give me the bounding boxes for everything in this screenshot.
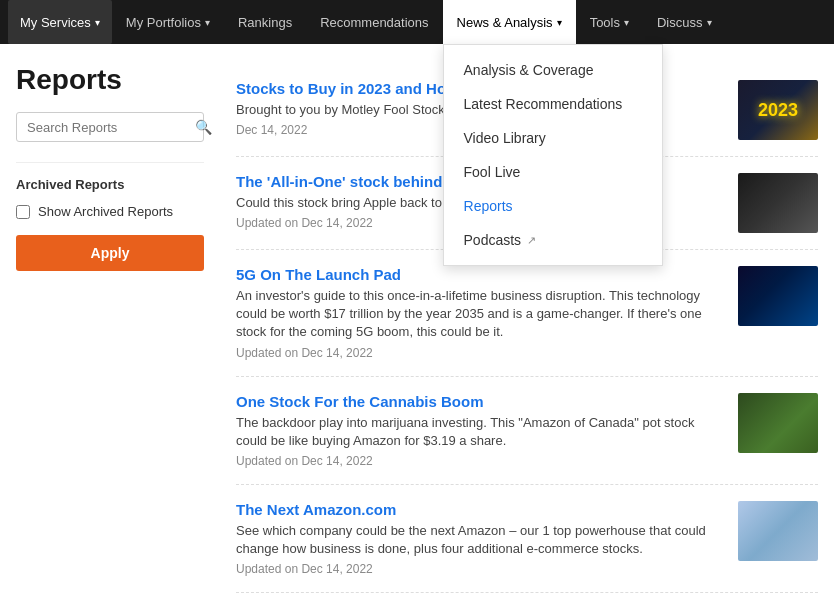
nav-my-portfolios[interactable]: My Portfolios ▾ bbox=[112, 0, 224, 44]
my-portfolios-chevron: ▾ bbox=[205, 17, 210, 28]
report-image bbox=[738, 501, 818, 561]
fool-live-label: Fool Live bbox=[464, 164, 521, 180]
my-portfolios-label: My Portfolios bbox=[126, 15, 201, 30]
nav-rankings[interactable]: Rankings bbox=[224, 0, 306, 44]
nav-my-services[interactable]: My Services ▾ bbox=[8, 0, 112, 44]
podcasts-label: Podcasts bbox=[464, 232, 522, 248]
report-item: One Stock For the Cannabis Boom The back… bbox=[236, 377, 818, 485]
report-item: 5G On The Launch Pad An investor's guide… bbox=[236, 250, 818, 377]
analysis-coverage-label: Analysis & Coverage bbox=[464, 62, 594, 78]
show-archived-row: Show Archived Reports bbox=[16, 204, 204, 219]
report-title[interactable]: The Next Amazon.com bbox=[236, 501, 726, 518]
report-content: 5G On The Launch Pad An investor's guide… bbox=[236, 266, 726, 360]
tools-label: Tools bbox=[590, 15, 620, 30]
report-date: Updated on Dec 14, 2022 bbox=[236, 562, 726, 576]
nav-discuss[interactable]: Discuss ▾ bbox=[643, 0, 726, 44]
report-thumbnail bbox=[738, 501, 818, 561]
discuss-label: Discuss bbox=[657, 15, 703, 30]
video-library-label: Video Library bbox=[464, 130, 546, 146]
reports-label: Reports bbox=[464, 198, 513, 214]
my-services-chevron: ▾ bbox=[95, 17, 100, 28]
report-image bbox=[738, 173, 818, 233]
report-image bbox=[738, 266, 818, 326]
dropdown-item-latest-rec[interactable]: Latest Recommendations bbox=[444, 87, 662, 121]
recommendations-label: Recommendations bbox=[320, 15, 428, 30]
report-content: The Next Amazon.com See which company co… bbox=[236, 501, 726, 576]
news-analysis-chevron: ▾ bbox=[557, 17, 562, 28]
report-description: An investor's guide to this once-in-a-li… bbox=[236, 287, 726, 342]
rankings-label: Rankings bbox=[238, 15, 292, 30]
news-analysis-dropdown-menu: Analysis & Coverage Latest Recommendatio… bbox=[443, 44, 663, 266]
search-icon: 🔍 bbox=[195, 119, 212, 135]
report-item: The Next Amazon.com See which company co… bbox=[236, 485, 818, 593]
dropdown-item-reports[interactable]: Reports bbox=[444, 189, 662, 223]
report-content: One Stock For the Cannabis Boom The back… bbox=[236, 393, 726, 468]
discuss-chevron: ▾ bbox=[707, 17, 712, 28]
archived-reports-label: Archived Reports bbox=[16, 162, 204, 192]
main-layout: Reports 🔍 Archived Reports Show Archived… bbox=[0, 44, 834, 605]
report-date: Updated on Dec 14, 2022 bbox=[236, 346, 726, 360]
dropdown-item-fool-live[interactable]: Fool Live bbox=[444, 155, 662, 189]
news-analysis-label: News & Analysis bbox=[457, 15, 553, 30]
search-box: 🔍 bbox=[16, 112, 204, 142]
show-archived-checkbox[interactable] bbox=[16, 205, 30, 219]
report-image: 2023 bbox=[738, 80, 818, 140]
nav-tools[interactable]: Tools ▾ bbox=[576, 0, 643, 44]
report-thumbnail bbox=[738, 173, 818, 233]
report-thumbnail: 2023 bbox=[738, 80, 818, 140]
report-image bbox=[738, 393, 818, 453]
latest-rec-label: Latest Recommendations bbox=[464, 96, 623, 112]
report-item: 1 Stock for Cable TV's "Ticking Time Bom… bbox=[236, 593, 818, 605]
apply-button[interactable]: Apply bbox=[16, 235, 204, 271]
podcasts-external-icon: ↗ bbox=[527, 234, 536, 247]
image-text: 2023 bbox=[758, 100, 798, 121]
report-thumbnail bbox=[738, 393, 818, 453]
news-analysis-dropdown-wrapper: News & Analysis ▾ Analysis & Coverage La… bbox=[443, 0, 576, 44]
sidebar: Reports 🔍 Archived Reports Show Archived… bbox=[0, 64, 220, 605]
report-title[interactable]: 5G On The Launch Pad bbox=[236, 266, 726, 283]
dropdown-item-podcasts[interactable]: Podcasts ↗ bbox=[444, 223, 662, 257]
report-date: Updated on Dec 14, 2022 bbox=[236, 454, 726, 468]
page-title: Reports bbox=[16, 64, 204, 96]
dropdown-item-analysis-coverage[interactable]: Analysis & Coverage bbox=[444, 53, 662, 87]
report-title[interactable]: One Stock For the Cannabis Boom bbox=[236, 393, 726, 410]
my-services-label: My Services bbox=[20, 15, 91, 30]
nav-recommendations[interactable]: Recommendations bbox=[306, 0, 442, 44]
nav-news-analysis[interactable]: News & Analysis ▾ bbox=[443, 0, 576, 44]
tools-chevron: ▾ bbox=[624, 17, 629, 28]
top-navigation: My Services ▾ My Portfolios ▾ Rankings R… bbox=[0, 0, 834, 44]
report-description: See which company could be the next Amaz… bbox=[236, 522, 726, 558]
report-description: The backdoor play into marijuana investi… bbox=[236, 414, 726, 450]
search-input[interactable] bbox=[27, 120, 195, 135]
dropdown-item-video-library[interactable]: Video Library bbox=[444, 121, 662, 155]
show-archived-label[interactable]: Show Archived Reports bbox=[38, 204, 173, 219]
report-thumbnail bbox=[738, 266, 818, 326]
